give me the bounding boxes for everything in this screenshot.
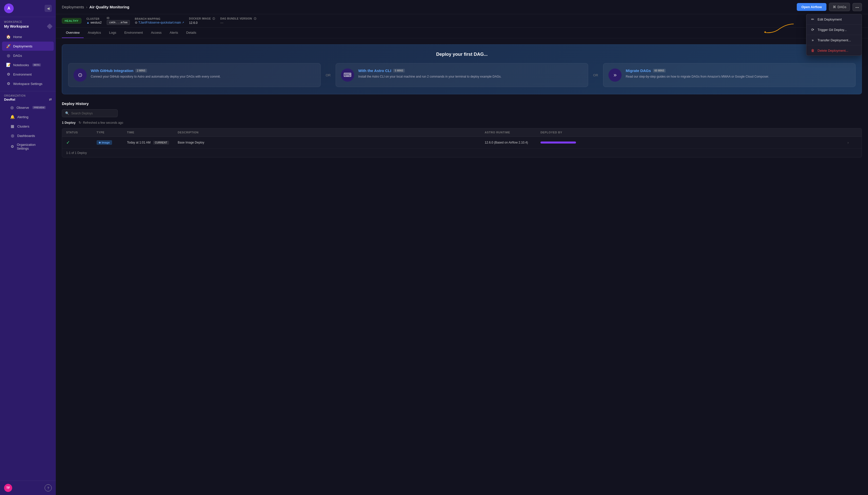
row-chevron[interactable]: ›	[848, 140, 857, 144]
search-deploys-input[interactable]	[71, 112, 114, 115]
row-runtime: 12.6.0 (Based on Airflow 2.10.4)	[485, 141, 540, 144]
logo[interactable]: A	[4, 3, 14, 13]
notebooks-badge: BETA	[32, 63, 41, 66]
deploy-card-cli[interactable]: ⌨ With the Astro CLI 5 MINS Install the …	[336, 63, 588, 87]
github-card-icon: ⊙	[73, 68, 87, 82]
topbar: Deployments › Air Quality Monitoring Ope…	[56, 0, 868, 14]
migrate-card-desc: Read our step-by-step guides on how to m…	[626, 74, 850, 79]
sidebar-item-clusters[interactable]: ▦ Clusters	[6, 122, 50, 131]
row-description: Base Image Deploy	[178, 141, 485, 144]
sidebar-item-workspace-settings[interactable]: ⚙ Workspace Settings	[2, 79, 54, 88]
dags-icon: ◎	[6, 53, 11, 58]
col-status: STATUS	[66, 131, 97, 134]
sidebar-item-dashboards[interactable]: ◎ Dashboards	[6, 131, 50, 140]
dag-bundle-info-icon: ⓘ	[254, 17, 257, 20]
deployments-icon: 🚀	[6, 44, 11, 48]
sidebar-footer: TF ?	[0, 480, 56, 495]
health-status-badge: HEALTHY	[62, 18, 81, 23]
github-card-desc: Connect your GitHub repository to Astro …	[91, 74, 315, 79]
observe-badge: PREVIEW	[32, 106, 46, 109]
col-action	[848, 131, 857, 134]
alerting-icon: 🔔	[10, 115, 15, 119]
cli-card-title: With the Astro CLI	[358, 68, 391, 73]
type-dot	[99, 142, 101, 143]
main-content: Deployments › Air Quality Monitoring Ope…	[56, 0, 868, 495]
col-type: TYPE	[97, 131, 127, 134]
table-row[interactable]: ✓ Image Today at 1:01 AM CURRENT Base Im…	[62, 137, 862, 149]
more-options-button[interactable]: •••	[852, 3, 862, 11]
sidebar-item-dags[interactable]: ◎ DAGs	[2, 51, 54, 60]
branch-link[interactable]: TJanIF/observe-quickstart:main	[138, 21, 181, 24]
meta-docker: DOCKER IMAGE ⓘ 12.6.0	[189, 17, 215, 24]
workspace-name[interactable]: My Workspace	[4, 24, 52, 29]
meta-cluster: CLUSTER ▲ westus2	[86, 17, 102, 24]
cli-card-desc: Install the Astro CLI on your local mach…	[358, 74, 583, 79]
col-deployed-by: DEPLOYED BY	[540, 131, 848, 134]
tab-environment[interactable]: Environment	[120, 28, 147, 38]
tab-details[interactable]: Details	[182, 28, 201, 38]
row-type: Image	[97, 140, 127, 145]
deploy-history-title: Deploy History	[62, 101, 862, 106]
sidebar-item-alerting[interactable]: 🔔 Alerting	[6, 112, 50, 121]
docker-info-icon: ⓘ	[212, 17, 215, 20]
dropdown-item-transfer[interactable]: » Transfer Deployment...	[806, 35, 862, 46]
dropdown-item-trigger[interactable]: ⟳ Trigger Git Deploy...	[806, 24, 862, 35]
org-settings-icon: ⚙	[10, 144, 14, 149]
deployed-by-bar	[540, 141, 576, 143]
migrate-card-icon: »	[608, 68, 622, 82]
sidebar-header: A ◀	[0, 0, 56, 17]
meta-dag-bundle: DAG BUNDLE VERSION ⓘ —	[220, 17, 256, 24]
main-nav: 🏠 Home 🚀 Deployments ◎ DAGs 📝 Notebooks …	[0, 31, 56, 90]
sidebar: A ◀ WORKSPACE My Workspace 🏠 Home 🚀 Depl…	[0, 0, 56, 495]
sidebar-collapse-button[interactable]: ◀	[45, 5, 52, 12]
sidebar-item-org-settings[interactable]: ⚙ Organization Settings	[6, 140, 50, 153]
table-footer: 1-1 of 1 Deploy	[62, 149, 862, 157]
dropdown-item-delete[interactable]: 🗑 Delete Deployment...	[806, 46, 862, 55]
breadcrumb: Deployments › Air Quality Monitoring	[62, 5, 129, 9]
deploy-history-table: STATUS TYPE TIME DESCRIPTION ASTRO RUNTI…	[62, 128, 862, 157]
notebooks-icon: 📝	[6, 63, 11, 67]
clusters-icon: ▦	[10, 124, 15, 129]
meta-bar: HEALTHY CLUSTER ▲ westus2 ID cm6k...mfmm…	[56, 14, 868, 28]
deploy-card-migrate[interactable]: » Migrate DAGs 60 MINS Read our step-by-…	[603, 63, 855, 87]
user-avatar[interactable]: TF	[4, 484, 12, 492]
external-link-icon: ↗	[182, 21, 184, 24]
help-button[interactable]: ?	[45, 484, 52, 492]
tab-analytics[interactable]: Analytics	[84, 28, 105, 38]
edit-icon: ✏	[811, 17, 815, 21]
tab-alerts[interactable]: Alerts	[166, 28, 182, 38]
current-badge: CURRENT	[153, 141, 169, 144]
refresh-icon: ↻	[79, 121, 81, 124]
trigger-icon: ⟳	[811, 28, 815, 32]
tab-overview[interactable]: Overview	[62, 28, 84, 38]
refresh-indicator: ↻ Refreshed a few seconds ago	[79, 121, 123, 124]
sidebar-item-deployments[interactable]: 🚀 Deployments	[2, 41, 54, 51]
meta-id: ID cm6k...mfmm	[107, 17, 130, 25]
transfer-icon: »	[811, 38, 815, 42]
dropdown-item-edit[interactable]: ✏ Edit Deployment	[806, 14, 862, 24]
or-divider-1: OR	[325, 73, 332, 77]
content-area: Deploy your first DAG... ⊙ With GitHub I…	[56, 38, 868, 495]
org-name[interactable]: DevRel ⇄	[4, 98, 52, 101]
tab-access[interactable]: Access	[147, 28, 166, 38]
workspace-label: WORKSPACE	[4, 20, 52, 23]
cli-card-icon: ⌨	[341, 68, 354, 82]
topbar-actions: Open Airflow ⌘ DAGs ••• ✏ Edit Deploymen…	[797, 3, 862, 11]
environment-icon: ⚙	[6, 72, 11, 76]
sidebar-item-notebooks[interactable]: 📝 Notebooks BETA	[2, 61, 54, 69]
open-airflow-button[interactable]: Open Airflow	[797, 3, 826, 11]
breadcrumb-parent[interactable]: Deployments	[62, 5, 84, 9]
cli-card-time: 5 MINS	[393, 69, 404, 72]
row-deployed-by	[540, 141, 848, 143]
row-time: Today at 1:01 AM CURRENT	[127, 141, 178, 144]
tab-logs[interactable]: Logs	[105, 28, 120, 38]
migrate-card-title: Migrate DAGs	[626, 68, 651, 73]
sidebar-item-home[interactable]: 🏠 Home	[2, 32, 54, 41]
col-runtime: ASTRO RUNTIME	[485, 131, 540, 134]
github-card-time: 2 MINS	[135, 69, 147, 72]
dags-button[interactable]: ⌘ DAGs	[829, 3, 850, 11]
deploy-card-github[interactable]: ⊙ With GitHub Integration 2 MINS Connect…	[68, 63, 321, 87]
sidebar-item-observe[interactable]: ◎ Observe PREVIEW	[6, 103, 50, 112]
sidebar-item-environment[interactable]: ⚙ Environment	[2, 70, 54, 79]
deploy-count-row: 1 Deploy ↻ Refreshed a few seconds ago	[62, 121, 862, 124]
